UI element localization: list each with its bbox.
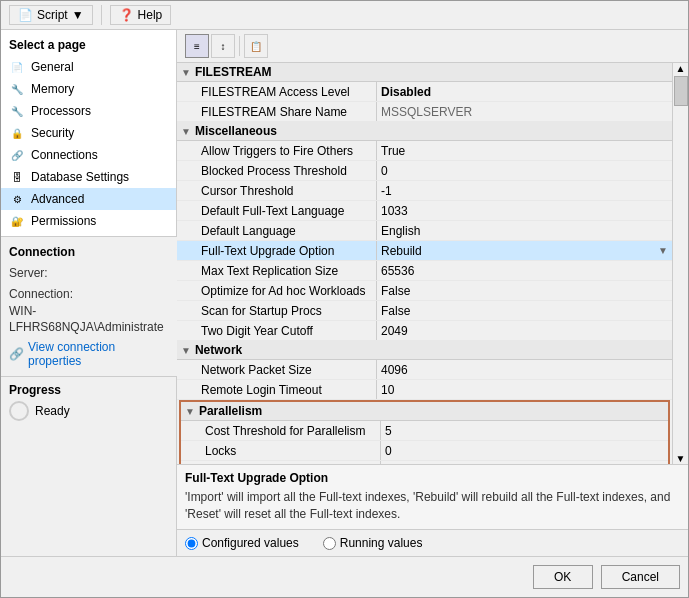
prop-value-blocked-process: 0 [377,161,672,180]
value-remote-login: 10 [381,383,394,397]
list-view-btn[interactable]: ≡ [185,34,209,58]
sidebar-item-advanced[interactable]: ⚙ Advanced [1,188,176,210]
connection-info: Connection: WIN-LFHRS68NQJA\Administrate [9,286,169,336]
prop-name-cursor-threshold: Cursor Threshold [177,181,377,200]
configured-values-radio-label[interactable]: Configured values [185,536,299,550]
row-allow-triggers: Allow Triggers to Fire Others True [177,141,672,161]
row-locks: Locks 0 [181,441,668,461]
prop-value-scan-startup: False [377,301,672,320]
prop-name-blocked-process: Blocked Process Threshold [177,161,377,180]
value-two-digit-year: 2049 [381,324,408,338]
prop-name-allow-triggers: Allow Triggers to Fire Others [177,141,377,160]
toolbar-separator [101,5,102,25]
row-fulltext-upgrade[interactable]: Full-Text Upgrade Option Rebuild ▼ [177,241,672,261]
prop-name-cost-threshold: Cost Threshold for Parallelism [181,421,381,440]
prop-value-optimize-adhoc: False [377,281,672,300]
script-icon: 📄 [18,8,33,22]
progress-panel: Progress Ready [1,376,176,427]
scroll-up-btn[interactable]: ▲ [673,63,688,74]
property-pages-btn[interactable]: 📋 [244,34,268,58]
icon-toolbar-separator [239,36,240,56]
section-network: ▼ Network [177,341,672,360]
connection-label: Connection: [9,287,73,301]
collapse-icon-misc[interactable]: ▼ [181,126,191,137]
section-label-misc: Miscellaneous [195,124,277,138]
database-settings-icon: 🗄 [9,169,25,185]
progress-status: Ready [35,404,70,418]
help-icon: ❓ [119,8,134,22]
collapse-icon-filestream[interactable]: ▼ [181,67,191,78]
sidebar-item-processors[interactable]: 🔧 Processors [1,100,176,122]
prop-value-default-fulltext: 1033 [377,201,672,220]
sidebar: Select a page 📄 General 🔧 Memory 🔧 Proce… [1,30,177,236]
table-content: ▼ FILESTREAM FILESTREAM Access Level Dis… [177,63,672,464]
row-cost-threshold: Cost Threshold for Parallelism 5 [181,421,668,441]
parallelism-highlight-box: ▼ Parallelism Cost Threshold for Paralle… [179,400,670,464]
sidebar-label-advanced: Advanced [31,192,84,206]
value-default-lang: English [381,224,420,238]
sidebar-item-permissions[interactable]: 🔐 Permissions [1,210,176,232]
configured-values-radio[interactable] [185,537,198,550]
prop-name-max-text-rep: Max Text Replication Size [177,261,377,280]
row-scan-startup: Scan for Startup Procs False [177,301,672,321]
row-remote-login-timeout: Remote Login Timeout 10 [177,380,672,400]
connections-icon: 🔗 [9,147,25,163]
link-icon: 🔗 [9,347,24,361]
row-default-language: Default Language English [177,221,672,241]
prop-name-default-lang: Default Language [177,221,377,240]
running-values-radio[interactable] [323,537,336,550]
prop-value-two-digit-year: 2049 [377,321,672,340]
collapse-icon-network[interactable]: ▼ [181,345,191,356]
script-label: Script [37,8,68,22]
configured-values-label: Configured values [202,536,299,550]
prop-name-scan-startup: Scan for Startup Procs [177,301,377,320]
row-filestream-share-name: FILESTREAM Share Name MSSQLSERVER [177,102,672,122]
prop-value-locks: 0 [381,441,668,460]
ok-button[interactable]: OK [533,565,593,589]
dialog-window: 📄 Script ▼ ❓ Help Select a page 📄 Genera… [0,0,689,598]
connection-header: Connection [9,245,169,259]
running-values-radio-label[interactable]: Running values [323,536,423,550]
radio-section: Configured values Running values [177,529,688,556]
sidebar-label-general: General [31,60,74,74]
view-connection-link[interactable]: 🔗 View connection properties [9,340,169,368]
server-label: Server: [9,266,48,280]
properties-scrollbar[interactable]: ▲ ▼ [672,63,688,464]
section-label-parallelism: Parallelism [199,404,262,418]
scroll-down-btn[interactable]: ▼ [673,453,688,464]
sidebar-item-general[interactable]: 📄 General [1,56,176,78]
row-blocked-process: Blocked Process Threshold 0 [177,161,672,181]
info-text: 'Import' will import all the Full-text i… [185,489,680,523]
section-label-network: Network [195,343,242,357]
value-max-text-rep: 65536 [381,264,414,278]
row-optimize-adhoc: Optimize for Ad hoc Workloads False [177,281,672,301]
table-wrapper: ▼ FILESTREAM FILESTREAM Access Level Dis… [177,63,688,464]
collapse-icon-parallelism[interactable]: ▼ [185,406,195,417]
value-blocked-process: 0 [381,164,388,178]
fulltext-dropdown-arrow[interactable]: ▼ [658,245,668,256]
info-section: Full-Text Upgrade Option 'Import' will i… [177,464,688,529]
prop-value-network-packet: 4096 [377,360,672,379]
cancel-button[interactable]: Cancel [601,565,680,589]
sidebar-item-database-settings[interactable]: 🗄 Database Settings [1,166,176,188]
script-button[interactable]: 📄 Script ▼ [9,5,93,25]
sidebar-item-connections[interactable]: 🔗 Connections [1,144,176,166]
permissions-icon: 🔐 [9,213,25,229]
bottom-buttons: OK Cancel [1,556,688,597]
sidebar-item-security[interactable]: 🔒 Security [1,122,176,144]
general-icon: 📄 [9,59,25,75]
value-cursor-threshold: -1 [381,184,392,198]
sort-btn[interactable]: ↕ [211,34,235,58]
value-filestream-access: Disabled [381,85,431,99]
prop-name-filestream-access: FILESTREAM Access Level [177,82,377,101]
sidebar-item-memory[interactable]: 🔧 Memory [1,78,176,100]
prop-value-fulltext-upgrade[interactable]: Rebuild ▼ [377,241,672,260]
sidebar-label-connections: Connections [31,148,98,162]
prop-value-filestream-share: MSSQLSERVER [377,102,672,121]
section-filestream: ▼ FILESTREAM [177,63,672,82]
help-button[interactable]: ❓ Help [110,5,172,25]
info-title: Full-Text Upgrade Option [185,471,680,485]
scroll-thumb[interactable] [674,76,688,106]
sidebar-label-permissions: Permissions [31,214,96,228]
toolbar: 📄 Script ▼ ❓ Help [1,1,688,30]
